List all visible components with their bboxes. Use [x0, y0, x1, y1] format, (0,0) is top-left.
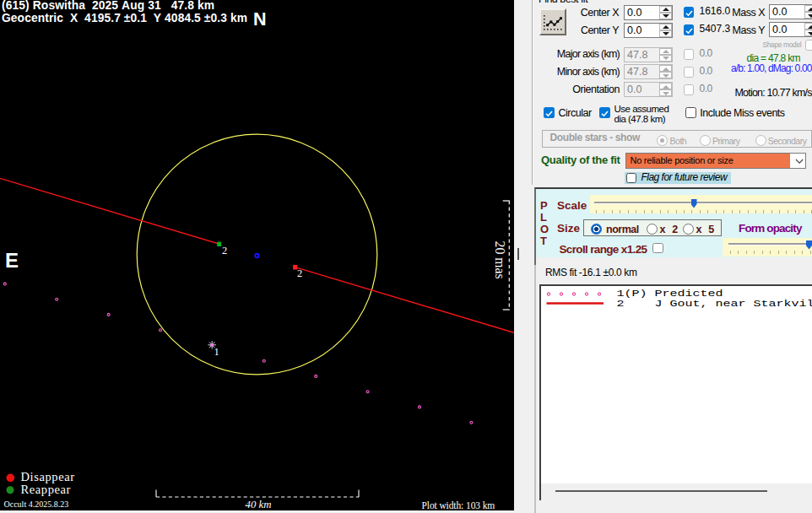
svg-text:Geocentric X 4195.7 ±0.1 Y: Geocentric X 4195.7 ±0.1 Y 4084.5 ±0.3 k…: [2, 12, 247, 24]
svg-text:2: 2: [222, 245, 227, 256]
svg-text:20 mas: 20 mas: [493, 241, 507, 279]
svg-text:N: N: [253, 9, 267, 30]
svg-text:Reappear: Reappear: [21, 483, 72, 496]
svg-text:(615) Roswitha 2025 Aug 31: (615) Roswitha 2025 Aug 31 47.8 km: [2, 0, 214, 12]
svg-text:Disappear: Disappear: [21, 470, 75, 483]
svg-text:40 km: 40 km: [246, 499, 272, 510]
svg-text:Plot width: 103 km: Plot width: 103 km: [422, 500, 495, 510]
svg-text:1: 1: [214, 346, 219, 358]
svg-text:Occult 4.2025.8.23: Occult 4.2025.8.23: [4, 500, 69, 509]
svg-text:E: E: [5, 249, 19, 272]
svg-text:2: 2: [297, 267, 302, 279]
